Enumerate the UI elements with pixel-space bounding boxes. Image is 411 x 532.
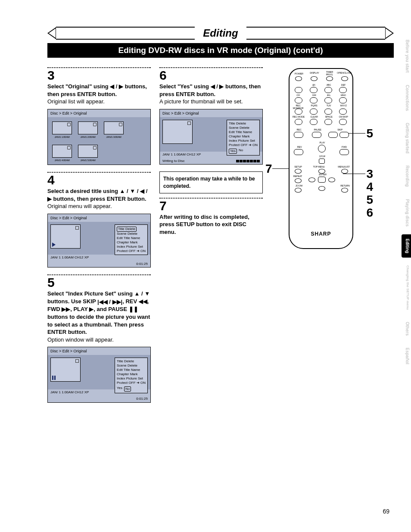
- callout-step-5: 5: [366, 127, 373, 140]
- tab-editing[interactable]: Editing: [402, 234, 411, 258]
- pause-icon: [52, 376, 56, 380]
- rec-mode-button[interactable]: [295, 119, 302, 125]
- remote-diagram: POWER DISPLAY TIMER PROG. OPEN/CLOSE @!.…: [289, 68, 353, 249]
- nav-right-button[interactable]: [328, 177, 335, 182]
- tab-espanol[interactable]: Español: [402, 343, 411, 369]
- callout-step-6: 6: [366, 206, 373, 220]
- step7-instruction: After writing to disc is completed, pres…: [159, 214, 249, 235]
- nav-down-button[interactable]: [318, 186, 325, 191]
- skip-icon: |◀◀ / ▶▶|: [97, 298, 122, 306]
- ch-down-button[interactable]: [295, 97, 302, 103]
- power-button[interactable]: [295, 76, 302, 81]
- step4-body: Original menu will appear.: [47, 202, 151, 210]
- step5-instruction: Select "Index Picture Set" using ▲ / ▼ b…: [47, 290, 150, 335]
- display-button[interactable]: [311, 76, 318, 81]
- step5-body: Option window will appear.: [47, 336, 151, 344]
- tab-getting-started[interactable]: Getting started: [402, 118, 411, 158]
- callout-step-4: 4: [366, 180, 373, 194]
- section-subhead: Editing DVD-RW discs in VR mode (Origina…: [47, 43, 394, 58]
- skip-back-button[interactable]: [328, 132, 338, 138]
- step6-body: A picture for thumbnail will be set.: [159, 98, 263, 106]
- preview-thumbnail: [162, 120, 193, 144]
- num-3-button[interactable]: [339, 87, 347, 93]
- brand-logo: SHARP: [290, 231, 352, 237]
- screen-option-window: Disc > Edit > Original Title Delete Scen…: [47, 347, 151, 403]
- writing-label: Writing to Disc: [162, 159, 184, 164]
- pause-button[interactable]: [312, 132, 321, 138]
- num-7-button[interactable]: [310, 109, 318, 115]
- tab-others[interactable]: Others: [402, 317, 411, 340]
- edit-menu: Title Delete Scene Delete Edit Title Nam…: [227, 120, 260, 156]
- clear-button[interactable]: [310, 119, 318, 125]
- step3-body: Original list will appear.: [47, 98, 151, 106]
- note-callout: This operation may take a while to be co…: [159, 171, 263, 193]
- skip-fwd-button[interactable]: [339, 132, 349, 138]
- num-2-button[interactable]: [324, 87, 332, 93]
- stop-button[interactable]: [319, 159, 325, 164]
- column-middle: 6 Select "Yes" using ◀ / ▶ buttons, then…: [159, 65, 263, 410]
- step-number-4: 4: [47, 174, 151, 187]
- repeat-button[interactable]: [295, 178, 302, 183]
- num-4-button[interactable]: [310, 97, 318, 103]
- num-5-button[interactable]: [324, 97, 332, 103]
- step6-instruction: Select "Yes" using ◀ / ▶ buttons, then p…: [159, 83, 261, 97]
- screen-original-menu: Disc > Edit > Original Title Delete Scen…: [47, 214, 151, 268]
- page-title-bar: Editing: [47, 26, 394, 40]
- tab-before-you-start[interactable]: Before you start: [402, 35, 411, 77]
- step-number-7: 7: [159, 199, 263, 212]
- tab-playing-discs[interactable]: Playing discs: [402, 195, 411, 231]
- screen-writing: Disc > Edit > Original Title Delete Scen…: [159, 109, 263, 165]
- callout-step-7: 7: [265, 162, 272, 176]
- play-icon: [52, 243, 56, 247]
- step-number-3: 3: [47, 69, 151, 82]
- list-item: JAN/1 4:00AM: [52, 145, 72, 162]
- tab-recording[interactable]: Recording: [402, 161, 411, 191]
- list-item: JAN/1 1:00AM: [52, 121, 72, 139]
- preview-thumbnail: [50, 358, 81, 382]
- num-8-button[interactable]: [324, 109, 332, 115]
- step3-instruction: Select "Original" using ◀ / ▶ buttons, t…: [47, 83, 147, 97]
- ch-up-button[interactable]: [295, 87, 302, 93]
- title-chevron-left-icon: [47, 27, 56, 39]
- edit-menu: Title Delete Scene Delete Edit Title Nam…: [115, 224, 148, 255]
- num-1-button[interactable]: [310, 87, 318, 93]
- title-chevron-right-icon: [385, 27, 394, 39]
- breadcrumb: Disc > Edit > Original: [48, 109, 150, 117]
- list-item: JAN/1 5:00AM: [78, 145, 98, 162]
- play-button[interactable]: [318, 145, 326, 152]
- menu-list-button[interactable]: [341, 169, 348, 174]
- setup-button[interactable]: [295, 169, 302, 174]
- column-remote: POWER DISPLAY TIMER PROG. OPEN/CLOSE @!.…: [271, 65, 371, 410]
- fwd-button[interactable]: [339, 149, 349, 155]
- tab-connections[interactable]: Connections: [402, 81, 411, 115]
- timer-button[interactable]: [326, 76, 333, 81]
- step-number-5: 5: [47, 276, 151, 289]
- step-number-6: 6: [159, 69, 263, 82]
- section-tabs: Before you start Connections Getting sta…: [402, 35, 411, 369]
- list-item: JAN/1 2:00AM: [78, 121, 98, 139]
- tab-setup-menu[interactable]: Changing the SETUP menu: [402, 261, 411, 314]
- enter-button[interactable]: [318, 177, 326, 183]
- edit-menu: Title Delete Scene Delete Edit Title Nam…: [115, 358, 148, 393]
- num-0-button[interactable]: [324, 119, 332, 125]
- rev-button[interactable]: [294, 149, 303, 155]
- cm-skip-button[interactable]: [339, 119, 347, 125]
- return-button[interactable]: [341, 188, 348, 193]
- screen-original-list: Disc > Edit > Original JAN/1 1:00AM JAN/…: [47, 109, 151, 165]
- rec-button[interactable]: [294, 132, 303, 138]
- open-close-button[interactable]: [341, 76, 348, 81]
- nav-left-button[interactable]: [308, 177, 315, 182]
- num-6-button[interactable]: [339, 97, 347, 103]
- callout-step-3: 3: [366, 167, 373, 181]
- column-left: 3 Select "Original" using ◀ / ▶ buttons,…: [47, 65, 151, 410]
- zoom-button[interactable]: [295, 188, 302, 193]
- step4-instruction: Select a desired title using ▲ / ▼ / ◀ /…: [47, 188, 147, 202]
- page-title: Editing: [195, 26, 246, 40]
- page-number: 69: [383, 508, 389, 515]
- list-item: JAN/1 3:00AM: [104, 121, 124, 139]
- num-9-button[interactable]: [339, 109, 347, 115]
- rec-monitor-button[interactable]: [295, 109, 302, 115]
- preview-thumbnail: [50, 224, 81, 249]
- progress-bar: [236, 160, 260, 162]
- callout-step-5b: 5: [366, 193, 373, 207]
